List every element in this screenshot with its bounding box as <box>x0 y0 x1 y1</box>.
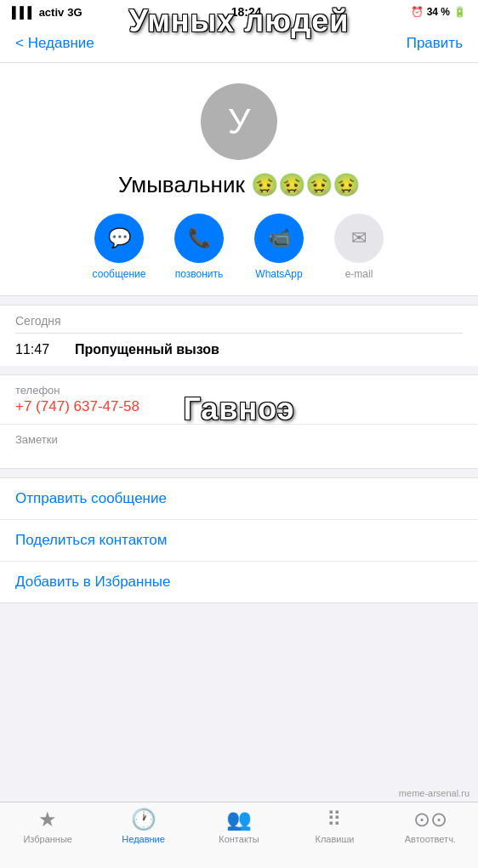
tab-favorites[interactable]: ★ Избранные <box>0 808 95 844</box>
network-type: 3G <box>67 6 82 19</box>
action-call[interactable]: 📞 позвонить <box>165 214 233 280</box>
keypad-icon: ⠿ <box>327 808 342 831</box>
action-links: Отправить сообщение Поделиться контактом… <box>0 477 478 603</box>
contact-name: Умывальник 🤢🤢🤢🤢 <box>118 172 360 198</box>
send-message-link[interactable]: Отправить сообщение <box>0 478 478 520</box>
alarm-icon: ⏰ <box>411 6 424 18</box>
add-favorites-link[interactable]: Добавить в Избранные <box>0 562 478 602</box>
tab-recents[interactable]: 🕐 Недавние <box>95 808 191 844</box>
tab-bar: ★ Избранные 🕐 Недавние 👥 Контакты ⠿ Клав… <box>0 802 478 868</box>
status-icons: ⏰ 34 % 🔋 <box>411 6 466 18</box>
battery-level: 34 % <box>427 6 450 18</box>
tab-keypad[interactable]: ⠿ Клавиши <box>287 808 382 844</box>
voicemail-label: Автоответч. <box>405 834 456 844</box>
contacts-icon: 👥 <box>226 808 252 831</box>
watermark: meme-arsenal.ru <box>399 788 469 798</box>
action-whatsapp[interactable]: 📹 WhatsApp <box>245 214 313 280</box>
keypad-label: Клавиши <box>315 834 354 844</box>
tab-contacts[interactable]: 👥 Контакты <box>191 808 287 844</box>
whatsapp-icon: 📹 <box>268 227 291 249</box>
message-circle: 💬 <box>94 214 144 263</box>
favorites-icon: ★ <box>38 808 57 831</box>
contact-header: У Умывальник 🤢🤢🤢🤢 💬 сообщение 📞 позвонит… <box>0 63 478 296</box>
whatsapp-circle: 📹 <box>254 214 304 263</box>
action-buttons: 💬 сообщение 📞 позвонить 📹 WhatsApp ✉ e-m… <box>17 214 461 280</box>
favorites-label: Избранные <box>23 834 72 844</box>
call-type: Пропущенный вызов <box>75 342 219 357</box>
email-icon: ✉ <box>351 227 367 249</box>
call-time: 11:47 <box>15 342 75 357</box>
share-contact-link[interactable]: Поделиться контактом <box>0 520 478 562</box>
call-icon: 📞 <box>188 227 211 249</box>
avatar: У <box>201 83 277 160</box>
tab-voicemail[interactable]: ⊙⊙ Автоответч. <box>383 808 478 844</box>
notes-label: Заметки <box>15 433 463 446</box>
avatar-letter: У <box>228 101 251 142</box>
action-message[interactable]: 💬 сообщение <box>85 214 153 280</box>
message-label: сообщение <box>93 268 146 280</box>
edit-button[interactable]: Править <box>407 35 463 52</box>
call-row: 11:47 Пропущенный вызов <box>15 333 463 366</box>
whatsapp-label: WhatsApp <box>255 268 302 280</box>
meme-text-top: Умных людей <box>129 3 350 39</box>
email-circle: ✉ <box>334 214 384 263</box>
notes-row: Заметки <box>0 425 478 468</box>
history-section-label: Сегодня <box>15 314 463 328</box>
battery-icon: 🔋 <box>453 6 466 18</box>
status-carrier: ▌▌▌ activ 3G <box>12 6 83 19</box>
carrier-name: activ <box>39 6 65 19</box>
contacts-label: Контакты <box>219 834 259 844</box>
call-label: позвонить <box>175 268 224 280</box>
voicemail-icon: ⊙⊙ <box>413 808 447 831</box>
message-icon: 💬 <box>108 227 131 249</box>
meme-text-mid: Гавноэ <box>183 391 294 427</box>
recents-label: Недавние <box>122 834 165 844</box>
action-email[interactable]: ✉ e-mail <box>325 214 393 280</box>
email-label: e-mail <box>345 268 373 280</box>
signal-icon: ▌▌▌ <box>12 6 36 19</box>
call-circle: 📞 <box>174 214 224 263</box>
back-button[interactable]: < Недавние <box>15 35 94 52</box>
history-section: Сегодня 11:47 Пропущенный вызов <box>0 305 478 366</box>
recents-icon: 🕐 <box>131 808 156 831</box>
